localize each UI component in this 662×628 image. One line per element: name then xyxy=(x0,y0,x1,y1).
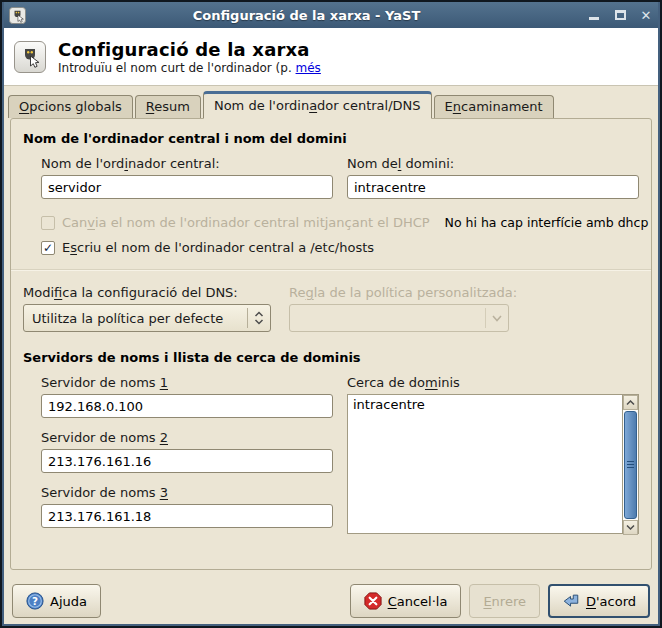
tabbar: Opcions globals Resum Nom de l'ordinador… xyxy=(2,86,660,118)
domain-label: Nom del domini: xyxy=(347,156,639,171)
tab-resum[interactable]: Resum xyxy=(135,95,201,118)
dialog-header: Configuració de la xarxa Introduïu el no… xyxy=(2,28,660,86)
more-link[interactable]: més xyxy=(296,61,321,75)
ns3-label: Servidor de noms 3 xyxy=(41,485,333,500)
write-hosts-label[interactable]: Escriu el nom de l'ordinador central a /… xyxy=(62,240,374,255)
network-settings-icon xyxy=(14,41,46,73)
vertical-scrollbar[interactable] xyxy=(622,394,639,534)
dialog-buttons: ? Ajuda Cancel·la Enrere D'a xyxy=(12,584,650,618)
page-subtitle: Introduïu el nom curt de l'ordinador (p.… xyxy=(58,61,321,75)
help-button[interactable]: ? Ajuda xyxy=(12,584,101,618)
domain-search-box: intracentre xyxy=(347,394,639,534)
minimize-icon xyxy=(589,17,599,20)
tab-hostname-dns[interactable]: Nom de l'ordinador central/DNS xyxy=(203,91,432,119)
titlebar[interactable]: Configuració de la xarxa - YaST ✕ xyxy=(2,2,660,28)
dns-policy-select[interactable]: Utilitza la política per defecte xyxy=(23,304,271,332)
nameserver-column: Servidor de noms 1 Servidor de noms 2 Se… xyxy=(41,375,333,540)
page-title: Configuració de la xarxa xyxy=(58,39,321,60)
scroll-down-button[interactable] xyxy=(623,520,638,535)
down-chevron-icon xyxy=(486,313,508,323)
nameservers-grid: Servidor de noms 1 Servidor de noms 2 Se… xyxy=(41,375,639,540)
dhcp-hostname-label[interactable]: Canvia el nom de l'ordinador central mit… xyxy=(62,215,430,230)
write-hosts-row: ✓ Escriu el nom de l'ordinador central a… xyxy=(41,240,639,255)
nameservers-section-title: Servidors de noms i llista de cerca de d… xyxy=(23,350,639,365)
ok-button[interactable]: D'acord xyxy=(548,584,650,618)
ns1-label: Servidor de noms 1 xyxy=(41,375,333,390)
custom-policy-select xyxy=(289,304,509,332)
dhcp-hostname-checkbox[interactable] xyxy=(41,216,55,230)
cancel-icon xyxy=(364,592,382,610)
back-button[interactable]: Enrere xyxy=(469,584,540,618)
domain-search-textarea[interactable]: intracentre xyxy=(347,394,622,534)
dhcp-note: No hi ha cap interfície amb dhcp xyxy=(445,215,649,230)
close-icon: ✕ xyxy=(641,9,652,22)
domain-search-label: Cerca de dominis xyxy=(347,375,639,390)
hostname-label: Nom de l'ordinador central: xyxy=(41,156,333,171)
hostname-input[interactable] xyxy=(41,175,333,199)
scroll-up-button[interactable] xyxy=(623,395,638,410)
cancel-button[interactable]: Cancel·la xyxy=(350,584,462,618)
header-text: Configuració de la xarxa Introduïu el no… xyxy=(58,39,321,75)
enter-arrow-icon xyxy=(562,592,580,610)
dhcp-hostname-row: Canvia el nom de l'ordinador central mit… xyxy=(41,215,639,230)
tab-opcions-globals[interactable]: Opcions globals xyxy=(8,95,133,118)
custom-policy-label: Regla de la política personalitzada: xyxy=(289,285,529,300)
separator xyxy=(11,269,651,271)
yast-app-icon xyxy=(9,7,26,24)
domain-search-column: Cerca de dominis intracentre xyxy=(347,375,639,540)
updown-chevrons-icon xyxy=(248,310,270,326)
svg-text:?: ? xyxy=(32,595,38,607)
yast-network-window: Configuració de la xarxa - YaST ✕ Config… xyxy=(0,0,662,628)
tab-encaminament[interactable]: Encaminament xyxy=(434,95,554,118)
close-button[interactable]: ✕ xyxy=(639,8,653,22)
window-controls: ✕ xyxy=(587,8,653,22)
minimize-button[interactable] xyxy=(587,8,601,22)
hostname-section-title: Nom de l'ordinador central i nom del dom… xyxy=(23,131,639,146)
help-icon: ? xyxy=(26,592,44,610)
ns2-input[interactable] xyxy=(41,449,333,473)
window-title: Configuració de la xarxa - YaST xyxy=(26,8,587,23)
domain-input[interactable] xyxy=(347,175,639,199)
maximize-icon xyxy=(615,10,626,20)
check-icon: ✓ xyxy=(43,242,53,254)
dns-policy-row: Modifica la configuració del DNS: Utilit… xyxy=(23,285,639,332)
write-hosts-checkbox[interactable]: ✓ xyxy=(41,241,55,255)
maximize-button[interactable] xyxy=(613,8,627,22)
hostname-fields: Nom de l'ordinador central: Nom del domi… xyxy=(41,156,639,199)
ns3-input[interactable] xyxy=(41,504,333,528)
ns1-input[interactable] xyxy=(41,394,333,418)
hostname-dns-panel: Nom de l'ordinador central i nom del dom… xyxy=(10,118,652,570)
scrollbar-thumb[interactable] xyxy=(624,411,637,519)
ns2-label: Servidor de noms 2 xyxy=(41,430,333,445)
modify-dns-label: Modifica la configuració del DNS: xyxy=(23,285,289,300)
